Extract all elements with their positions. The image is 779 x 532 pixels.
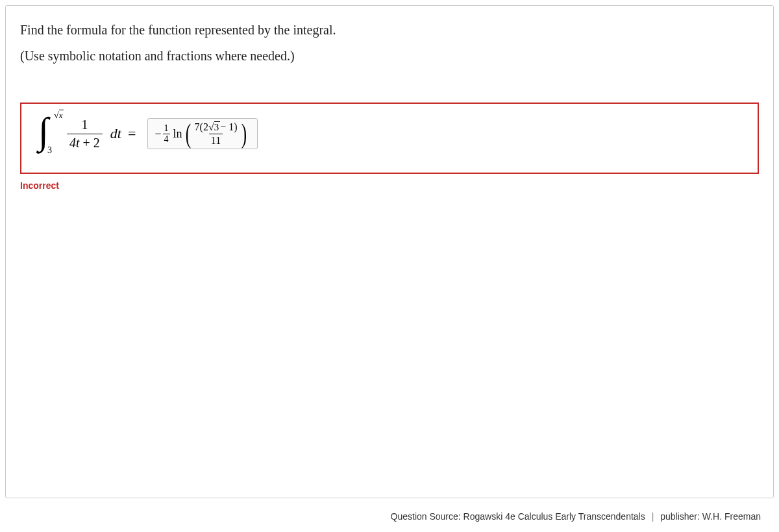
- footer-separator-icon: |: [652, 511, 654, 522]
- equals-sign: =: [128, 125, 136, 142]
- feedback-label: Incorrect: [20, 180, 759, 191]
- footer-attribution: Question Source: Rogawski 4e Calculus Ea…: [391, 511, 761, 522]
- sqrt-inline-icon: √3: [208, 121, 220, 133]
- answer-section: ∫ x 3 1 4t + 2 dt = −: [20, 103, 759, 191]
- minus-sign: −: [155, 127, 161, 141]
- answer-input[interactable]: − 1 4 ln ( 7 ( 2 √3: [147, 118, 258, 149]
- coefficient-fraction: 1 4: [163, 123, 170, 145]
- question-hint: (Use symbolic notation and fractions whe…: [20, 45, 759, 67]
- answer-row: ∫ x 3 1 4t + 2 dt = −: [34, 115, 745, 152]
- inner-fraction: 7 ( 2 √3 − 1 ) 11: [193, 121, 240, 147]
- left-paren-icon: (: [185, 121, 190, 147]
- sqrt-icon: x: [54, 110, 64, 121]
- integrand-numerator: 1: [79, 117, 90, 134]
- publisher-value: W.H. Freeman: [702, 511, 761, 522]
- integrand-fraction: 1 4t + 2: [67, 117, 103, 151]
- integral-expression: ∫ x 3 1 4t + 2 dt =: [34, 115, 138, 152]
- source-label: Question Source:: [391, 511, 461, 522]
- integral-sign: ∫ x 3: [34, 115, 63, 152]
- coef-numerator: 1: [163, 123, 170, 134]
- integral-lower-bound: 3: [47, 145, 52, 156]
- ln-function: ln: [173, 127, 182, 141]
- question-card: Find the formula for the function repres…: [5, 5, 774, 498]
- integral-glyph-icon: ∫: [38, 113, 49, 149]
- inner-numerator: 7 ( 2 √3 − 1 ): [193, 121, 240, 134]
- integrand-denominator: 4t + 2: [67, 134, 103, 151]
- source-value: Rogawski 4e Calculus Early Transcendenta…: [464, 511, 645, 522]
- inner-denominator: 11: [209, 134, 223, 147]
- integral-upper-bound: x: [54, 110, 64, 121]
- right-paren-icon: ): [241, 121, 246, 147]
- dt-symbol: dt: [110, 125, 121, 142]
- question-prompt: Find the formula for the function repres…: [20, 19, 759, 41]
- publisher-label: publisher:: [660, 511, 700, 522]
- answer-box: ∫ x 3 1 4t + 2 dt = −: [20, 103, 759, 174]
- coef-denominator: 4: [163, 134, 170, 145]
